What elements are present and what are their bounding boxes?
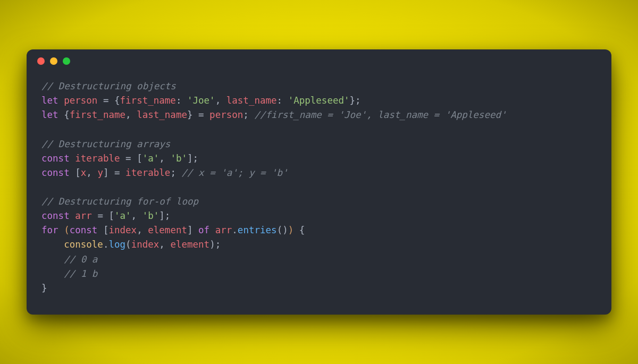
code-token-id: iterable xyxy=(125,167,170,178)
code-token-pn: : xyxy=(176,95,187,106)
code-token-cm: // Destructuring arrays xyxy=(41,139,170,149)
code-window: // Destructuring objects let person = {f… xyxy=(27,49,611,315)
code-token-br: ( xyxy=(64,225,70,235)
close-icon[interactable] xyxy=(37,57,45,65)
code-token-pn: { xyxy=(293,225,305,235)
code-token-pn: } xyxy=(41,283,47,293)
code-token-id: last_name xyxy=(137,109,187,120)
code-token-kw: of xyxy=(198,225,209,235)
code-token-pn: , xyxy=(215,95,226,106)
code-token-pn: . xyxy=(103,239,109,250)
code-token-pn xyxy=(58,225,64,235)
code-token-id: x xyxy=(81,167,87,178)
code-token-id: element xyxy=(170,239,209,250)
code-token-pn: = { xyxy=(97,95,120,106)
code-token-pn: ]; xyxy=(159,210,170,221)
code-token-pn: ; xyxy=(170,167,181,178)
code-token-pn: }; xyxy=(350,95,361,106)
code-token-id: person xyxy=(209,109,243,120)
minimize-icon[interactable] xyxy=(50,57,57,65)
code-token-id: person xyxy=(64,95,97,106)
code-token-pn xyxy=(41,239,64,250)
code-token-pn: , xyxy=(125,109,137,120)
code-token-kw: let xyxy=(41,95,58,106)
code-token-pn: : xyxy=(277,95,288,106)
code-token-pn: ); xyxy=(209,239,221,250)
code-token-pn: ]; xyxy=(187,153,198,164)
code-token-pn xyxy=(58,95,64,106)
code-token-str: 'Joe' xyxy=(187,95,215,106)
code-token-kw: const xyxy=(41,153,70,164)
code-token-id: element xyxy=(148,225,187,235)
code-token-str: 'b' xyxy=(142,210,160,221)
code-token-kw: const xyxy=(70,225,98,235)
code-token-id: index xyxy=(108,225,137,235)
code-token-cm: // x = 'a'; y = 'b' xyxy=(181,167,288,178)
code-token-kw: for xyxy=(41,225,58,235)
code-token-pn: . xyxy=(232,225,238,235)
code-token-pn: , xyxy=(159,239,170,250)
code-token-id: y xyxy=(97,167,103,178)
code-token-pn xyxy=(70,210,75,221)
code-token-cm: // 0 a xyxy=(64,254,97,265)
code-token-str: 'Appleseed' xyxy=(288,95,350,106)
code-token-pn xyxy=(41,254,64,265)
code-token-pn: , xyxy=(131,210,142,221)
code-token-cm: // Destructuring for-of loop xyxy=(41,196,198,207)
code-token-pn: () xyxy=(277,225,288,235)
code-token-pn: , xyxy=(137,225,148,235)
code-token-pn: [ xyxy=(70,167,81,178)
code-token-cm: // Destructuring objects xyxy=(41,81,176,91)
code-token-prop: last_name xyxy=(226,95,277,106)
code-token-str: 'b' xyxy=(170,153,187,164)
code-token-pn xyxy=(41,268,64,279)
code-token-fn: entries xyxy=(238,225,277,235)
code-token-pn xyxy=(209,225,215,235)
code-token-kw: let xyxy=(41,109,58,120)
code-token-cm: // 1 b xyxy=(64,268,97,279)
code-token-id: iterable xyxy=(75,153,120,164)
code-token-pn: { xyxy=(58,109,70,120)
code-token-kw: const xyxy=(41,167,70,178)
code-token-pn: } = xyxy=(187,109,209,120)
code-token-pn: ] xyxy=(187,225,198,235)
code-token-pn: , xyxy=(159,153,170,164)
code-token-pn: ; xyxy=(243,109,254,120)
code-token-fn: log xyxy=(108,239,125,250)
code-token-pn xyxy=(70,153,75,164)
code-token-kw: const xyxy=(41,210,70,221)
window-titlebar xyxy=(27,49,611,73)
code-token-str: 'a' xyxy=(114,210,131,221)
code-token-id: arr xyxy=(75,210,92,221)
code-token-id: first_name xyxy=(70,109,125,120)
code-token-pn: ] = xyxy=(103,167,125,178)
code-token-pn: ( xyxy=(125,239,131,250)
code-token-cm: //first_name = 'Joe', last_name = 'Apple… xyxy=(254,109,506,120)
code-token-obj: console xyxy=(64,239,103,250)
zoom-icon[interactable] xyxy=(63,57,70,65)
code-token-id: arr xyxy=(215,225,232,235)
code-token-str: 'a' xyxy=(142,153,160,164)
code-block: // Destructuring objects let person = {f… xyxy=(27,73,611,315)
code-token-pn: , xyxy=(86,167,97,178)
code-token-pn: = [ xyxy=(120,153,142,164)
code-token-id: index xyxy=(131,239,160,250)
code-token-pn: = [ xyxy=(92,210,114,221)
code-token-br: ) xyxy=(288,225,294,235)
code-token-prop: first_name xyxy=(120,95,176,106)
code-token-pn: [ xyxy=(97,225,108,235)
